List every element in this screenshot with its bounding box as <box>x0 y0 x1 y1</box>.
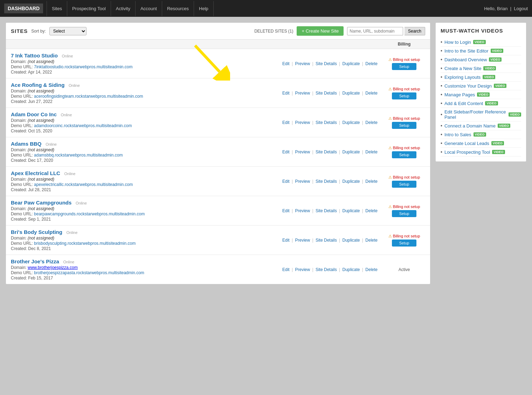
site-name-link[interactable]: Ace Roofing & Siding <box>11 82 64 88</box>
video-link[interactable]: Exploring Layouts <box>444 75 481 80</box>
preview-link[interactable]: Preview <box>295 179 310 184</box>
delete-link[interactable]: Delete <box>365 91 378 96</box>
edit-link[interactable]: Edit <box>282 238 290 243</box>
edit-link[interactable]: Edit <box>282 120 290 125</box>
setup-billing-button[interactable]: Setup <box>392 151 416 158</box>
video-badge: VIDEO <box>473 40 486 44</box>
video-link[interactable]: Local Prospecting Tool <box>444 150 490 155</box>
duplicate-link[interactable]: Duplicate <box>342 179 360 184</box>
create-new-site-button[interactable]: + Create New Site <box>297 26 344 36</box>
nav-help[interactable]: Help <box>194 1 214 16</box>
video-link[interactable]: Generate Local Leads <box>444 141 489 146</box>
setup-billing-button[interactable]: Setup <box>392 240 416 247</box>
video-badge: VIDEO <box>477 92 490 97</box>
video-link[interactable]: Dashboard Overview <box>444 57 487 62</box>
site-details-link[interactable]: Site Details <box>316 120 337 125</box>
site-details-link[interactable]: Site Details <box>316 208 337 213</box>
site-info: Apex Electrical LLC Online Domain: (not … <box>11 170 282 192</box>
edit-link[interactable]: Edit <box>282 150 290 154</box>
domain-link[interactable]: www.brotherjoespizza.com <box>28 265 78 270</box>
preview-link[interactable]: Preview <box>295 267 310 272</box>
demo-url-link[interactable]: 7inktattoostudio.rockstarwebpros.multisi… <box>34 64 132 69</box>
edit-link[interactable]: Edit <box>282 61 290 66</box>
billing-not-setup: Billing not setup <box>383 234 425 238</box>
video-link[interactable]: Connect a Domain Name <box>444 123 496 129</box>
site-created: Created: Dec 17, 2020 <box>11 158 282 163</box>
nav-activity[interactable]: Activity <box>111 1 136 16</box>
site-details-link[interactable]: Site Details <box>316 150 337 154</box>
site-url: Demo URL: aceroofingsidingteam.rockstarw… <box>11 94 282 99</box>
demo-url-link[interactable]: aceroofingsidingteam.rockstarwebpros.mul… <box>34 94 143 99</box>
preview-link[interactable]: Preview <box>295 91 310 96</box>
search-input[interactable] <box>347 27 403 35</box>
setup-billing-button[interactable]: Setup <box>392 210 416 217</box>
demo-url-link[interactable]: bearpawcampgrounds.rockstarwebpros.multi… <box>34 212 145 216</box>
billing-not-setup: Billing not setup <box>383 175 425 180</box>
video-link[interactable]: Edit Sidebar/Footer Reference Panel <box>444 109 506 120</box>
setup-billing-button[interactable]: Setup <box>392 63 416 70</box>
site-details-link[interactable]: Site Details <box>316 267 337 272</box>
setup-billing-button[interactable]: Setup <box>392 92 416 99</box>
video-link[interactable]: Intro to Sales <box>444 132 471 137</box>
delete-link[interactable]: Delete <box>365 61 378 66</box>
site-details-link[interactable]: Site Details <box>316 61 337 66</box>
site-name-link[interactable]: Bear Paw Campgrounds <box>11 200 71 206</box>
billing-cell: Billing not setup Setup <box>383 234 425 247</box>
preview-link[interactable]: Preview <box>295 61 310 66</box>
duplicate-link[interactable]: Duplicate <box>342 61 360 66</box>
duplicate-link[interactable]: Duplicate <box>342 150 360 154</box>
nav-account[interactable]: Account <box>136 1 162 16</box>
table-row: Apex Electrical LLC Online Domain: (not … <box>6 167 430 196</box>
site-info: Adam Door Co Inc Online Domain: (not ass… <box>11 111 282 133</box>
site-name-link[interactable]: 7 Ink Tattoo Studio <box>11 53 58 58</box>
sort-select[interactable]: SelectName A-ZName Z-ADate Created <box>49 27 87 35</box>
site-domain: Domain: (not assigned) <box>11 118 282 123</box>
demo-url-link[interactable]: apexelectricalllc.rockstarwebpros.multis… <box>34 182 133 187</box>
video-link[interactable]: Intro to the Site Editor <box>444 48 489 54</box>
nav-prospecting[interactable]: Prospecting Tool <box>67 1 111 16</box>
edit-link[interactable]: Edit <box>282 267 290 272</box>
site-details-link[interactable]: Site Details <box>316 179 337 184</box>
delete-link[interactable]: Delete <box>365 150 378 154</box>
demo-url-link[interactable]: brisbodysculpting.rockstarwebpros.multis… <box>34 241 136 246</box>
site-name-link[interactable]: Apex Electrical LLC <box>11 170 60 176</box>
demo-url-link[interactable]: brotherjoespizzapasta.rockstarwebpros.mu… <box>34 270 144 275</box>
edit-link[interactable]: Edit <box>282 179 290 184</box>
delete-link[interactable]: Delete <box>365 179 378 184</box>
setup-billing-button[interactable]: Setup <box>392 181 416 188</box>
site-name-link[interactable]: Adam Door Co Inc <box>11 111 57 117</box>
demo-url-link[interactable]: adamsbbq.rockstarwebpros.multisiteadmin.… <box>34 153 123 158</box>
site-domain: Domain: (not assigned) <box>11 206 282 211</box>
duplicate-link[interactable]: Duplicate <box>342 267 360 272</box>
nav-resources[interactable]: Resources <box>162 1 194 16</box>
site-name-link[interactable]: Brother Joe's Pizza <box>11 258 59 264</box>
duplicate-link[interactable]: Duplicate <box>342 208 360 213</box>
site-name-link[interactable]: Adams BBQ <box>11 141 42 147</box>
preview-link[interactable]: Preview <box>295 120 310 125</box>
preview-link[interactable]: Preview <box>295 150 310 154</box>
setup-billing-button[interactable]: Setup <box>392 122 416 129</box>
site-details-link[interactable]: Site Details <box>316 91 337 96</box>
video-link[interactable]: How to Login <box>444 40 471 45</box>
nav-sites[interactable]: Sites <box>47 1 67 16</box>
site-details-link[interactable]: Site Details <box>316 238 337 243</box>
logout-link[interactable]: Logout <box>514 6 528 11</box>
search-button[interactable]: Search <box>405 27 425 35</box>
video-link[interactable]: Customize Your Design <box>444 83 492 89</box>
video-link[interactable]: Add & Edit Content <box>444 101 483 106</box>
preview-link[interactable]: Preview <box>295 208 310 213</box>
delete-link[interactable]: Delete <box>365 267 378 272</box>
video-link[interactable]: Create a New Site <box>444 66 482 71</box>
video-link[interactable]: Manage Pages <box>444 92 475 97</box>
delete-link[interactable]: Delete <box>365 208 378 213</box>
delete-link[interactable]: Delete <box>365 120 378 125</box>
preview-link[interactable]: Preview <box>295 238 310 243</box>
duplicate-link[interactable]: Duplicate <box>342 238 360 243</box>
site-name-link[interactable]: Bri's Body Sculpting <box>11 229 62 235</box>
edit-link[interactable]: Edit <box>282 208 290 213</box>
edit-link[interactable]: Edit <box>282 91 290 96</box>
delete-link[interactable]: Delete <box>365 238 378 243</box>
duplicate-link[interactable]: Duplicate <box>342 91 360 96</box>
demo-url-link[interactable]: adamdoorcoinc.rockstarwebpros.multisitea… <box>34 123 132 128</box>
duplicate-link[interactable]: Duplicate <box>342 120 360 125</box>
